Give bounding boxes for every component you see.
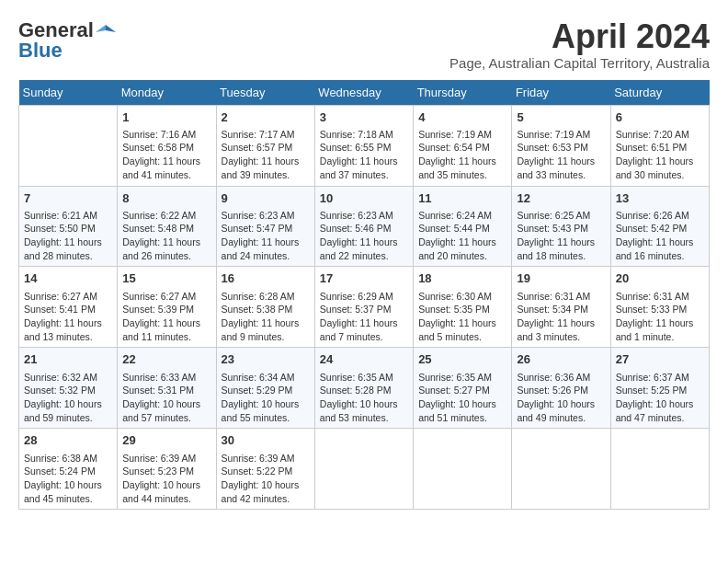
day-info: Sunrise: 7:19 AMSunset: 6:53 PMDaylight:…	[517, 128, 605, 182]
calendar-cell: 10Sunrise: 6:23 AMSunset: 5:46 PMDayligh…	[314, 186, 413, 267]
calendar-cell: 11Sunrise: 6:24 AMSunset: 5:44 PMDayligh…	[414, 186, 512, 267]
day-info: Sunrise: 6:34 AMSunset: 5:29 PMDaylight:…	[222, 371, 310, 425]
day-number: 6	[616, 109, 704, 126]
logo-bird-icon	[96, 23, 116, 38]
month-title: April 2024	[449, 18, 710, 55]
col-friday: Friday	[512, 80, 610, 106]
day-info: Sunrise: 6:35 AMSunset: 5:28 PMDaylight:…	[320, 371, 408, 425]
calendar-cell: 20Sunrise: 6:31 AMSunset: 5:33 PMDayligh…	[610, 267, 709, 348]
calendar-cell: 4Sunrise: 7:19 AMSunset: 6:54 PMDaylight…	[414, 105, 512, 186]
day-number: 29	[122, 432, 210, 449]
calendar-cell: 24Sunrise: 6:35 AMSunset: 5:28 PMDayligh…	[314, 348, 413, 429]
calendar-cell: 14Sunrise: 6:27 AMSunset: 5:41 PMDayligh…	[19, 267, 118, 348]
day-info: Sunrise: 6:22 AMSunset: 5:48 PMDaylight:…	[122, 209, 210, 263]
day-info: Sunrise: 6:31 AMSunset: 5:34 PMDaylight:…	[517, 290, 605, 344]
calendar-cell: 5Sunrise: 7:19 AMSunset: 6:53 PMDaylight…	[512, 105, 610, 186]
day-number: 2	[222, 109, 310, 126]
day-number: 18	[418, 270, 506, 287]
day-info: Sunrise: 7:19 AMSunset: 6:54 PMDaylight:…	[418, 128, 506, 182]
calendar-cell: 23Sunrise: 6:34 AMSunset: 5:29 PMDayligh…	[216, 348, 314, 429]
day-number: 3	[320, 109, 408, 126]
calendar-cell: 3Sunrise: 7:18 AMSunset: 6:55 PMDaylight…	[314, 105, 413, 186]
calendar-table: Sunday Monday Tuesday Wednesday Thursday…	[18, 80, 710, 511]
day-info: Sunrise: 7:17 AMSunset: 6:57 PMDaylight:…	[222, 128, 310, 182]
calendar-cell: 27Sunrise: 6:37 AMSunset: 5:25 PMDayligh…	[610, 348, 709, 429]
day-info: Sunrise: 6:39 AMSunset: 5:23 PMDaylight:…	[122, 452, 210, 506]
calendar-cell: 15Sunrise: 6:27 AMSunset: 5:39 PMDayligh…	[118, 267, 216, 348]
calendar-cell	[414, 429, 512, 510]
col-tuesday: Tuesday	[216, 80, 314, 106]
calendar-cell: 17Sunrise: 6:29 AMSunset: 5:37 PMDayligh…	[314, 267, 413, 348]
calendar-cell: 26Sunrise: 6:36 AMSunset: 5:26 PMDayligh…	[512, 348, 610, 429]
calendar-cell: 18Sunrise: 6:30 AMSunset: 5:35 PMDayligh…	[414, 267, 512, 348]
col-wednesday: Wednesday	[314, 80, 413, 106]
day-info: Sunrise: 6:24 AMSunset: 5:44 PMDaylight:…	[418, 209, 506, 263]
day-number: 30	[222, 432, 310, 449]
day-number: 26	[517, 351, 605, 368]
day-info: Sunrise: 7:16 AMSunset: 6:58 PMDaylight:…	[122, 128, 210, 182]
day-info: Sunrise: 6:23 AMSunset: 5:46 PMDaylight:…	[320, 209, 408, 263]
location: Page, Australian Capital Territory, Aust…	[449, 55, 710, 71]
day-info: Sunrise: 6:35 AMSunset: 5:27 PMDaylight:…	[418, 371, 506, 425]
calendar-cell: 8Sunrise: 6:22 AMSunset: 5:48 PMDaylight…	[118, 186, 216, 267]
day-number: 14	[24, 270, 112, 287]
day-info: Sunrise: 6:31 AMSunset: 5:33 PMDaylight:…	[616, 290, 704, 344]
day-info: Sunrise: 6:38 AMSunset: 5:24 PMDaylight:…	[24, 452, 112, 506]
day-info: Sunrise: 6:21 AMSunset: 5:50 PMDaylight:…	[24, 209, 112, 263]
calendar-cell: 1Sunrise: 7:16 AMSunset: 6:58 PMDaylight…	[118, 105, 216, 186]
calendar-cell: 22Sunrise: 6:33 AMSunset: 5:31 PMDayligh…	[118, 348, 216, 429]
title-section: April 2024 Page, Australian Capital Terr…	[449, 18, 710, 71]
calendar-cell	[19, 105, 118, 186]
calendar-week-row: 7Sunrise: 6:21 AMSunset: 5:50 PMDaylight…	[19, 186, 710, 267]
day-number: 5	[517, 109, 605, 126]
day-info: Sunrise: 6:37 AMSunset: 5:25 PMDaylight:…	[616, 371, 704, 425]
calendar-cell: 21Sunrise: 6:32 AMSunset: 5:32 PMDayligh…	[19, 348, 118, 429]
calendar-cell: 19Sunrise: 6:31 AMSunset: 5:34 PMDayligh…	[512, 267, 610, 348]
day-number: 7	[24, 190, 112, 207]
day-number: 27	[616, 351, 704, 368]
day-number: 20	[616, 270, 704, 287]
col-sunday: Sunday	[19, 80, 118, 106]
calendar-week-row: 1Sunrise: 7:16 AMSunset: 6:58 PMDaylight…	[19, 105, 710, 186]
day-number: 13	[616, 190, 704, 207]
day-number: 28	[24, 432, 112, 449]
day-number: 21	[24, 351, 112, 368]
col-monday: Monday	[118, 80, 216, 106]
day-info: Sunrise: 6:39 AMSunset: 5:22 PMDaylight:…	[222, 452, 310, 506]
day-number: 9	[222, 190, 310, 207]
day-info: Sunrise: 7:18 AMSunset: 6:55 PMDaylight:…	[320, 128, 408, 182]
day-info: Sunrise: 6:27 AMSunset: 5:39 PMDaylight:…	[122, 290, 210, 344]
calendar-cell: 29Sunrise: 6:39 AMSunset: 5:23 PMDayligh…	[118, 429, 216, 510]
day-info: Sunrise: 6:25 AMSunset: 5:43 PMDaylight:…	[517, 209, 605, 263]
calendar-cell: 16Sunrise: 6:28 AMSunset: 5:38 PMDayligh…	[216, 267, 314, 348]
col-thursday: Thursday	[414, 80, 512, 106]
day-info: Sunrise: 6:23 AMSunset: 5:47 PMDaylight:…	[222, 209, 310, 263]
day-info: Sunrise: 6:29 AMSunset: 5:37 PMDaylight:…	[320, 290, 408, 344]
day-number: 22	[122, 351, 210, 368]
calendar-header-row: Sunday Monday Tuesday Wednesday Thursday…	[19, 80, 710, 106]
day-number: 19	[517, 270, 605, 287]
calendar-cell: 6Sunrise: 7:20 AMSunset: 6:51 PMDaylight…	[610, 105, 709, 186]
day-info: Sunrise: 6:28 AMSunset: 5:38 PMDaylight:…	[222, 290, 310, 344]
day-number: 11	[418, 190, 506, 207]
day-info: Sunrise: 6:27 AMSunset: 5:41 PMDaylight:…	[24, 290, 112, 344]
calendar-cell: 7Sunrise: 6:21 AMSunset: 5:50 PMDaylight…	[19, 186, 118, 267]
calendar-cell	[512, 429, 610, 510]
day-number: 15	[122, 270, 210, 287]
page-header: General Blue April 2024 Page, Australian…	[18, 18, 710, 71]
calendar-cell: 30Sunrise: 6:39 AMSunset: 5:22 PMDayligh…	[216, 429, 314, 510]
day-number: 12	[517, 190, 605, 207]
logo: General Blue	[18, 18, 118, 63]
calendar-cell: 25Sunrise: 6:35 AMSunset: 5:27 PMDayligh…	[414, 348, 512, 429]
day-number: 10	[320, 190, 408, 207]
day-info: Sunrise: 6:36 AMSunset: 5:26 PMDaylight:…	[517, 371, 605, 425]
logo-blue: Blue	[18, 39, 63, 63]
calendar-cell	[610, 429, 709, 510]
day-number: 24	[320, 351, 408, 368]
day-number: 8	[122, 190, 210, 207]
calendar-cell: 13Sunrise: 6:26 AMSunset: 5:42 PMDayligh…	[610, 186, 709, 267]
calendar-week-row: 14Sunrise: 6:27 AMSunset: 5:41 PMDayligh…	[19, 267, 710, 348]
col-saturday: Saturday	[610, 80, 709, 106]
day-number: 25	[418, 351, 506, 368]
calendar-week-row: 21Sunrise: 6:32 AMSunset: 5:32 PMDayligh…	[19, 348, 710, 429]
